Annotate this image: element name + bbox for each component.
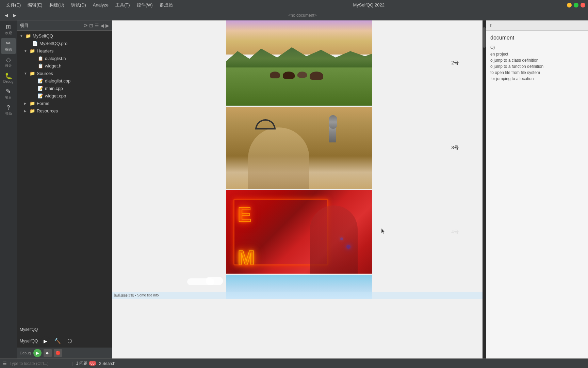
tree-item-dialoglisth[interactable]: 📋 dialoglist.h: [17, 55, 112, 62]
menu-item-tools[interactable]: 工具(T): [112, 1, 133, 9]
run-buttons: ▶ ⏭ ⛔: [33, 349, 62, 357]
gallery-scrollbar-thumb[interactable]: [483, 27, 486, 48]
folder-icon-headers: 📁: [29, 48, 35, 54]
tree-item-widgetcpp[interactable]: 📝 widget.cpp: [17, 92, 112, 99]
toolbar-forward-button[interactable]: ▶: [11, 12, 18, 18]
status-toggle[interactable]: ☰: [3, 361, 7, 366]
project-icon: ✎: [6, 88, 11, 94]
gallery-area[interactable]: 2号 3号 E: [112, 20, 486, 358]
status-search: 2 Search: [99, 361, 115, 366]
clean-button[interactable]: ⬡: [65, 336, 75, 346]
project-panel: 项目 ⟳ ⊡ ☰ ◀ ▶ ▼ 📁 MySelfQQ 📄 MySe: [17, 20, 112, 358]
sidebar-item-welcome[interactable]: ⊞ 欢迎: [1, 22, 16, 37]
menu-item-build[interactable]: 构建(U): [46, 1, 68, 9]
status-separator-1: |: [72, 361, 73, 366]
sidebar-item-edit[interactable]: ✏ 编辑: [1, 38, 16, 54]
badge-label-2: 3号: [451, 145, 459, 151]
panel-header-icons: ⟳ ⊡ ☰ ◀ ▶: [84, 23, 109, 28]
locate-input[interactable]: [8, 361, 69, 367]
run-bar-label: MyselfQQ: [20, 339, 38, 343]
run-bar: MyselfQQ ▶ 🔨 ⬡: [17, 334, 112, 348]
tree-label-dialoglistcpp: dialoglist.cpp: [45, 78, 70, 83]
stop-build-button[interactable]: ⛔: [54, 349, 62, 357]
tree-label-dialoglisth: dialoglist.h: [45, 56, 66, 61]
gallery-item-2: 3号: [112, 107, 486, 189]
file-icon-pro: 📄: [32, 40, 38, 46]
panel-header: 项目 ⟳ ⊡ ☰ ◀ ▶: [17, 20, 112, 31]
sidebar-item-project[interactable]: ✎ 项目: [1, 86, 16, 102]
folder-icon-myselfqq: 📁: [25, 33, 31, 39]
file-icon-widgeth: 📋: [37, 63, 44, 69]
gallery-item-1: 2号: [112, 20, 486, 106]
kit-label: MyselfQQ: [17, 325, 112, 334]
right-panel-ctrl-note: O): [490, 45, 584, 50]
gallery-item-4: 某某题目信息 • Some title info: [112, 275, 486, 299]
tree-label-sources: Sources: [37, 71, 53, 76]
edit-icon: ✏: [6, 40, 11, 46]
tree-arrow-resources: ▶: [24, 109, 29, 113]
tree-arrow-headers: ▼: [24, 49, 29, 53]
project-tree: ▼ 📁 MySelfQQ 📄 MySelfQQ.pro ▼ 📁 Headers: [17, 31, 112, 325]
menu-item-file[interactable]: 文件(E): [3, 1, 24, 9]
design-icon: ◇: [6, 57, 11, 63]
tree-item-resources[interactable]: ▶ 📁 Resources: [17, 107, 112, 114]
close-button[interactable]: [581, 3, 585, 7]
menu-item-members[interactable]: 群成员: [156, 1, 176, 9]
status-bar-left: ☰: [3, 361, 69, 367]
status-issues: 1 问题 65: [76, 361, 96, 366]
minimize-button[interactable]: [567, 3, 572, 7]
folder-icon-resources: 📁: [29, 108, 35, 114]
sidebar-item-design[interactable]: ◇ 设计: [1, 55, 16, 70]
gallery-item-3: E M 4号: [112, 190, 486, 274]
badge-label-3: 4号: [451, 229, 459, 235]
gallery-scrollbar[interactable]: [483, 20, 486, 358]
window-controls: [567, 3, 585, 7]
tree-label-myselfqq: MySelfQQ: [33, 33, 53, 39]
step-button[interactable]: ⏭: [44, 349, 52, 357]
panel-options-icon[interactable]: ☰: [95, 23, 99, 28]
menu-item-analyze[interactable]: Analyze: [89, 2, 112, 8]
tree-item-maincpp[interactable]: 📝 main.cpp: [17, 85, 112, 92]
status-bar: ☰ | 1 问题 65 2 Search: [0, 358, 588, 368]
main-layout: ⊞ 欢迎 ✏ 编辑 ◇ 设计 🐛 Debug ✎ 项目 ? 帮助 项目 ⟳: [0, 20, 588, 358]
tree-item-myselfqqpro[interactable]: 📄 MySelfQQ.pro: [17, 40, 112, 47]
panel-sync-icon[interactable]: ⟳: [84, 23, 88, 28]
run-button[interactable]: ▶: [40, 336, 50, 346]
tree-item-dialoglistcpp[interactable]: 📝 dialoglist.cpp: [17, 77, 112, 85]
tree-label-resources: Resources: [37, 108, 58, 113]
file-icon-maincpp: 📝: [37, 85, 44, 91]
right-panel-shortcut-5: for jumping to a location: [490, 76, 584, 81]
center-area: 2号 3号 E: [112, 20, 486, 358]
tree-label-maincpp: main.cpp: [45, 86, 63, 91]
menu-item-edit[interactable]: 编辑(E): [24, 1, 46, 9]
menu-bar: 文件(E) 编辑(E) 构建(U) 调试(D) Analyze 工具(T) 控件…: [0, 0, 588, 10]
maximize-button[interactable]: [574, 3, 578, 7]
panel-filter-icon[interactable]: ⊡: [89, 23, 93, 28]
tree-item-headers[interactable]: ▼ 📁 Headers: [17, 47, 112, 55]
tree-arrow-sources: ▼: [24, 72, 29, 75]
run-controls: Debug ▶ ⏭ ⛔: [17, 348, 112, 358]
sidebar-item-help[interactable]: ? 帮助: [1, 103, 16, 118]
toolbar-back-button[interactable]: ◀: [3, 12, 10, 18]
menu-item-controls[interactable]: 控件(W): [133, 1, 156, 9]
tree-label-forms: Forms: [37, 101, 49, 106]
folder-icon-forms: 📁: [29, 100, 35, 106]
panel-nav-prev-icon[interactable]: ◀: [100, 23, 104, 28]
folder-icon-sources: 📁: [29, 70, 35, 76]
sidebar-item-debug[interactable]: 🐛 Debug: [1, 71, 16, 86]
tree-item-widgeth[interactable]: 📋 widget.h: [17, 62, 112, 70]
panel-nav-next-icon[interactable]: ▶: [105, 23, 109, 28]
play-button[interactable]: ▶: [33, 349, 42, 357]
tree-item-sources[interactable]: ▼ 📁 Sources: [17, 70, 112, 77]
toolbar: ◀ ▶ <no document>: [0, 10, 588, 20]
tree-item-forms[interactable]: ▶ 📁 Forms: [17, 99, 112, 107]
build-button[interactable]: 🔨: [53, 336, 62, 346]
right-panel-shortcut-3: o jump to a function definition: [490, 64, 584, 69]
right-panel-content: document O) en project o jump to a class…: [486, 31, 588, 358]
right-panel-scroll-indicator: ⬆: [489, 23, 492, 28]
tree-label-pro: MySelfQQ.pro: [39, 41, 67, 46]
menu-item-debug[interactable]: 调试(D): [68, 1, 89, 9]
run-label: Debug: [20, 351, 31, 355]
file-icon-dialoglistcpp: 📝: [37, 78, 44, 84]
tree-item-myselfqq[interactable]: ▼ 📁 MySelfQQ: [17, 32, 112, 40]
